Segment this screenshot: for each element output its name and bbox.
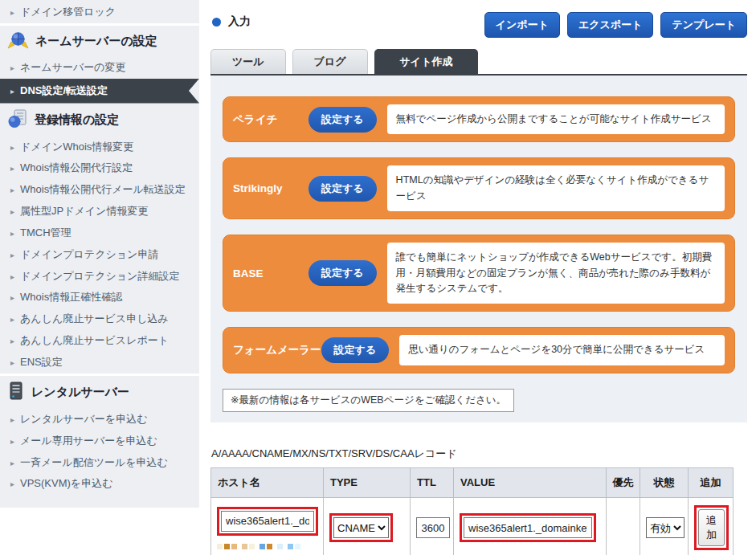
sidebar-item-label: ドメインプロテクション申請: [20, 247, 158, 263]
sidebar-item-rental-server-apply[interactable]: レンタルサーバーを申込む: [0, 409, 199, 431]
sidebar-item-dns-settings-active[interactable]: DNS設定/転送設定: [0, 79, 199, 104]
configure-button[interactable]: 設定する: [309, 107, 377, 133]
globe-arrows-icon: [7, 31, 29, 51]
sidebar-item-anshin-apply[interactable]: あんしん廃止サービス申し込み: [0, 308, 199, 330]
export-button[interactable]: エクスポート: [567, 12, 654, 38]
item-arrow-icon: [10, 60, 14, 75]
toolbar: インポート エクスポート テンプレート: [484, 12, 747, 38]
value-input[interactable]: [464, 517, 592, 538]
sidebar-section-title: レンタルサーバー: [31, 385, 129, 400]
item-arrow-icon: [10, 269, 14, 284]
ttl-input[interactable]: [416, 517, 450, 538]
sidebar-item-label: メール専用サーバーを申込む: [20, 434, 157, 449]
sidebar-item-ens[interactable]: ENS設定: [0, 352, 199, 373]
server-icon: [7, 382, 25, 403]
col-header-priority: 優先: [607, 467, 640, 497]
sidebar-item-label: ドメイン移管ロック: [20, 5, 116, 20]
sidebar-item-whois-mail-forward[interactable]: Whois情報公開代行メール転送設定: [0, 179, 199, 201]
sidebar-item-mail-server-apply[interactable]: メール専用サーバーを申込む: [0, 431, 199, 452]
col-header-add: 追加: [689, 467, 734, 497]
service-description: 無料でページ作成から公開まですることが可能なサイト作成サービス: [387, 104, 725, 134]
add-record-button[interactable]: 追加: [698, 509, 725, 546]
service-description: 思い通りのフォームとページを30分で簡単に公開できるサービス: [399, 335, 725, 365]
item-arrow-icon: [10, 290, 14, 305]
item-arrow-icon: [10, 455, 14, 471]
service-card-formmailer: フォームメーラー 設定する 思い通りのフォームとページを30分で簡単に公開できる…: [223, 327, 735, 373]
sidebar-section-registration: 登録情報の設定: [0, 104, 199, 137]
main-content: 入力 インポート エクスポート テンプレート ツール ブログ サイト作成 ペライ…: [210, 0, 747, 555]
tab-blog[interactable]: ブログ: [292, 49, 368, 74]
service-name: フォームメーラー: [233, 343, 321, 357]
step-label: 入力: [228, 14, 251, 29]
col-header-host: ホスト名: [211, 467, 324, 497]
sidebar-item-anshin-report[interactable]: あんしん廃止サービスレポート: [0, 330, 199, 352]
import-button[interactable]: インポート: [484, 12, 560, 38]
sidebar-item-label: レンタルサーバーを申込む: [20, 412, 147, 427]
item-arrow-icon: [10, 204, 14, 219]
sidebar-item-whois-accuracy[interactable]: Whois情報正確性確認: [0, 287, 199, 308]
type-highlight-box: CNAME: [329, 513, 393, 542]
sidebar-item-label: Whois情報公開代行メール転送設定: [20, 182, 186, 198]
item-arrow-icon: [10, 182, 14, 198]
sidebar-item-tmch[interactable]: TMCH管理: [0, 222, 199, 244]
priority-cell: [607, 497, 640, 555]
sidebar-item-nameserver-change[interactable]: ネームサーバーの変更: [0, 57, 199, 79]
sidebar-section-nameserver: ネームサーバーの設定: [0, 26, 199, 57]
add-cell: 追加: [689, 497, 734, 555]
sidebar-item-label: あんしん廃止サービス申し込み: [20, 312, 169, 327]
service-name: BASE: [233, 267, 309, 280]
value-highlight-box: [460, 513, 596, 542]
configure-button[interactable]: 設定する: [309, 176, 377, 202]
value-cell: [454, 497, 607, 555]
sidebar-item-label: ENS設定: [20, 355, 63, 370]
host-highlight-box: [217, 507, 318, 536]
status-select[interactable]: 有効: [646, 517, 684, 538]
col-header-status: 状態: [640, 467, 689, 497]
item-arrow-icon: [10, 161, 14, 176]
item-arrow-icon: [10, 5, 14, 20]
sidebar-item-whois-change[interactable]: ドメインWhois情報変更: [0, 137, 199, 158]
tab-site-creation[interactable]: サイト作成: [374, 49, 479, 74]
site-creation-panel: ペライチ 設定する 無料でページ作成から公開まですることが可能なサイト作成サービ…: [210, 75, 747, 422]
col-header-ttl: TTL: [411, 467, 454, 497]
col-header-value: VALUE: [454, 467, 607, 497]
table-header-row: ホスト名 TYPE TTL VALUE 優先 状態 追加: [211, 467, 734, 497]
sidebar-item-jp-domain-info[interactable]: 属性型JPドメイン情報変更: [0, 201, 199, 222]
item-arrow-icon: [10, 247, 14, 263]
service-description: HTMLの知識やデザインの経験は全く必要なくサイト作成ができるサービス: [387, 165, 725, 211]
sidebar-item-bulk-mail-apply[interactable]: 一斉メール配信ツールを申込む: [0, 452, 199, 474]
sidebar-section-title: ネームサーバーの設定: [35, 34, 157, 49]
item-arrow-icon: [10, 312, 14, 327]
sidebar-item-label: 一斉メール配信ツールを申込む: [20, 455, 168, 471]
host-cell: [211, 497, 324, 555]
service-name: Strikingly: [233, 182, 309, 194]
tab-bar: ツール ブログ サイト作成: [210, 49, 747, 74]
sidebar-item-label: Whois情報正確性確認: [20, 290, 122, 305]
services-note: ※最新の情報は各サービスのWEBページをご確認ください。: [223, 389, 514, 412]
sidebar-item-label: ドメインWhois情報変更: [20, 140, 133, 155]
configure-button[interactable]: 設定する: [309, 260, 377, 286]
item-arrow-icon: [10, 333, 14, 349]
tab-tools[interactable]: ツール: [210, 49, 286, 74]
item-arrow-icon: [10, 434, 14, 449]
service-card-peraichi: ペライチ 設定する 無料でページ作成から公開まですることが可能なサイト作成サービ…: [223, 96, 735, 142]
sidebar-item-protection-apply[interactable]: ドメインプロテクション申請: [0, 244, 199, 266]
record-type-select[interactable]: CNAME: [333, 517, 389, 538]
dns-records-table: ホスト名 TYPE TTL VALUE 優先 状態 追加 CNA: [210, 467, 734, 555]
type-cell: CNAME: [324, 497, 411, 555]
sidebar-item-label: 属性型JPドメイン情報変更: [20, 204, 148, 219]
record-types-label: A/AAAA/CNAME/MX/NS/TXT/SRV/DS/CAAレコード: [211, 447, 747, 461]
sidebar-item-label: ネームサーバーの変更: [20, 60, 126, 75]
template-button[interactable]: テンプレート: [660, 12, 747, 38]
service-name: ペライチ: [233, 112, 309, 127]
sidebar-item-label: TMCH管理: [20, 226, 72, 241]
service-description: 誰でも簡単にネットショップが作成できるWebサービスです。初期費用・月額費用など…: [387, 243, 725, 304]
sidebar: ドメイン移管ロック ネームサーバーの設定 ネームサーバーの変更 DNS設定/転送…: [0, 0, 199, 508]
sidebar-item-vps-apply[interactable]: VPS(KVM)を申込む: [0, 473, 199, 495]
sidebar-item-protection-detail[interactable]: ドメインプロテクション詳細設定: [0, 266, 199, 288]
host-input[interactable]: [221, 511, 314, 532]
sidebar-item-transfer-lock[interactable]: ドメイン移管ロック: [0, 2, 199, 23]
sidebar-section-rental-server: レンタルサーバー: [0, 376, 199, 409]
sidebar-item-whois-privacy[interactable]: Whois情報公開代行設定: [0, 157, 199, 179]
configure-button[interactable]: 設定する: [321, 337, 390, 363]
